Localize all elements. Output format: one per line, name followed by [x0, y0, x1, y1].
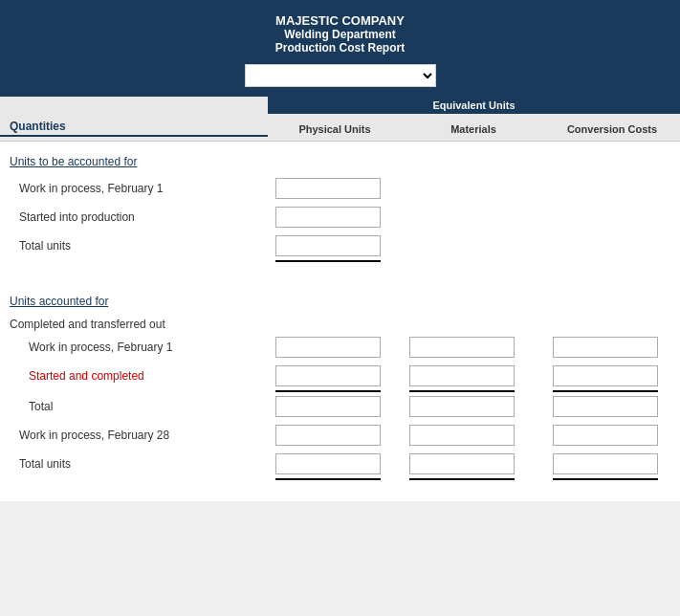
started-completed-materials-underline — [402, 390, 545, 392]
started-completed-underline-row — [268, 390, 680, 392]
total-materials-input[interactable] — [409, 396, 515, 417]
total-units-b-underline-row — [268, 478, 680, 480]
started-completed-label: Started and completed — [0, 369, 268, 383]
conversion-header: Conversion Costs — [545, 123, 679, 137]
started-production-row: Started into production — [0, 203, 680, 231]
wip-feb1-b-conversion-cell — [545, 337, 679, 358]
total-conversion-input[interactable] — [553, 396, 658, 417]
wip-feb1-b-materials-input[interactable] — [409, 337, 515, 358]
started-completed-conversion-cell — [545, 365, 679, 386]
started-completed-conversion-input[interactable] — [553, 365, 658, 386]
total-physical-cell — [268, 396, 402, 417]
started-completed-row: Started and completed — [0, 362, 680, 390]
report-dropdown[interactable] — [245, 64, 436, 87]
total-units-b-physical-input[interactable] — [275, 453, 381, 474]
completed-transferred-label: Completed and transferred out — [0, 314, 680, 333]
total-units-physical-input[interactable] — [275, 235, 381, 256]
page-header: MAJESTIC COMPANY Welding Department Prod… — [0, 0, 680, 97]
started-production-physical-input[interactable] — [275, 207, 381, 228]
total-units-row: Total units — [0, 231, 680, 260]
wip-feb28-row: Work in process, February 28 — [0, 421, 680, 450]
started-completed-conversion-underline — [545, 390, 679, 392]
units-accounted-for-header: Units accounted for — [0, 289, 680, 314]
wip-feb1-b-physical-cell — [268, 337, 402, 358]
column-headers-area: Equivalent Units Quantities Physical Uni… — [0, 97, 680, 142]
report-title: Production Cost Report — [10, 41, 670, 55]
total-units-b-row: Total units — [0, 450, 680, 478]
total-units-b-conversion-input[interactable] — [553, 453, 658, 474]
started-completed-physical-underline — [268, 390, 402, 392]
wip-feb1-b-conversion-input[interactable] — [553, 337, 658, 358]
total-materials-cell — [402, 396, 545, 417]
wip-feb28-physical-cell — [268, 425, 402, 446]
wip-feb1-row: Work in process, February 1 — [0, 174, 680, 203]
started-completed-materials-cell — [402, 365, 545, 386]
total-conversion-cell — [545, 396, 679, 417]
wip-feb1-label: Work in process, February 1 — [0, 182, 268, 195]
wip-feb28-label: Work in process, February 28 — [0, 429, 268, 442]
total-units-b-materials-cell — [402, 453, 545, 474]
units-to-be-accounted-header: Units to be accounted for — [0, 149, 680, 174]
materials-header: Materials — [402, 123, 545, 137]
wip-feb28-physical-input[interactable] — [275, 425, 381, 446]
equivalent-units-bar: Equivalent Units — [268, 97, 680, 114]
wip-feb1-physical-input[interactable] — [275, 178, 381, 199]
wip-feb1-physical-cell — [268, 178, 402, 199]
quantities-header: Quantities — [0, 120, 268, 137]
total-row: Total — [0, 392, 680, 421]
started-production-label: Started into production — [0, 210, 268, 224]
total-units-b-label: Total units — [0, 457, 268, 471]
total-units-b-conversion-cell — [545, 453, 679, 474]
wip-feb28-materials-input[interactable] — [409, 425, 515, 446]
wip-feb1-b-row: Work in process, February 1 — [0, 333, 680, 362]
company-name: MAJESTIC COMPANY — [10, 13, 670, 28]
total-units-b-materials-input[interactable] — [409, 453, 515, 474]
department-name: Welding Department — [10, 28, 670, 41]
content-area: Units to be accounted for Work in proces… — [0, 142, 680, 501]
wip-feb1-b-materials-cell — [402, 337, 545, 358]
wip-feb1-b-physical-input[interactable] — [275, 337, 381, 358]
total-units-physical-cell — [268, 235, 402, 256]
started-production-physical-cell — [268, 207, 402, 228]
wip-feb1-b-label: Work in process, February 1 — [0, 341, 268, 354]
total-units-label: Total units — [0, 239, 268, 253]
total-units-underline — [268, 260, 402, 262]
started-completed-physical-input[interactable] — [275, 365, 381, 386]
wip-feb28-conversion-cell — [545, 425, 679, 446]
total-units-b-materials-underline — [402, 478, 545, 480]
total-units-b-conversion-underline — [545, 478, 679, 480]
wip-feb28-conversion-input[interactable] — [553, 425, 658, 446]
total-label: Total — [0, 400, 268, 413]
started-completed-physical-cell — [268, 365, 402, 386]
wip-feb28-materials-cell — [402, 425, 545, 446]
total-units-b-physical-underline — [268, 478, 402, 480]
started-completed-materials-input[interactable] — [409, 365, 515, 386]
total-units-b-physical-cell — [268, 453, 402, 474]
physical-units-header: Physical Units — [268, 123, 402, 137]
total-physical-input[interactable] — [275, 396, 381, 417]
